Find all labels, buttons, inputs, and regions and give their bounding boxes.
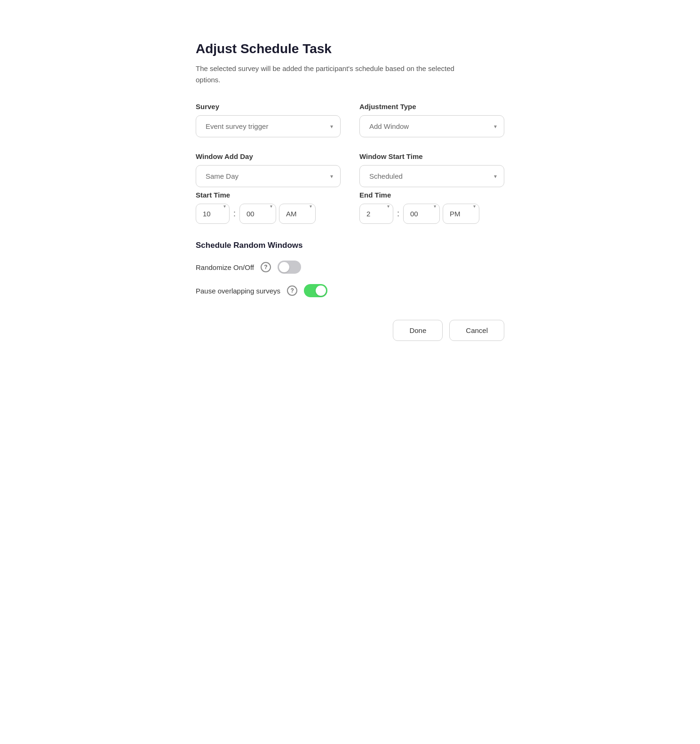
cancel-button[interactable]: Cancel [449, 320, 504, 341]
window-start-time-field: Window Start Time Scheduled Immediate De… [359, 152, 504, 187]
adjustment-type-label: Adjustment Type [359, 103, 504, 111]
end-minute-select[interactable]: 00153045 [403, 204, 440, 224]
adjustment-type-select-wrapper: Add Window Remove Window Modify Window ▾ [359, 115, 504, 137]
window-start-time-label: Window Start Time [359, 152, 504, 160]
survey-field: Survey Event survey trigger Survey A Sur… [196, 103, 341, 137]
end-time-selects: 1234 5678 9101112 ▾ : 00153045 ▾ [359, 204, 504, 224]
modal-title: Adjust Schedule Task [196, 41, 504, 56]
start-time-selects: 1234 5678 9101112 ▾ : 00153045 ▾ [196, 204, 341, 224]
randomize-slider [278, 261, 301, 274]
end-time-separator: : [397, 209, 399, 219]
start-minute-select[interactable]: 00153045 [239, 204, 276, 224]
end-hour-wrapper: 1234 5678 9101112 ▾ [359, 204, 393, 224]
modal-footer: Done Cancel [196, 320, 504, 341]
pause-label: Pause overlapping surveys [196, 287, 280, 295]
end-time-field: End Time 1234 5678 9101112 ▾ : 00153045 [359, 191, 504, 224]
pause-slider [304, 284, 327, 297]
window-add-day-field: Window Add Day Same Day Next Day Previou… [196, 152, 341, 187]
randomize-toggle-row: Randomize On/Off ? [196, 261, 504, 274]
pause-help-icon[interactable]: ? [287, 285, 297, 296]
window-start-time-select-wrapper: Scheduled Immediate Delayed ▾ [359, 165, 504, 187]
start-ampm-wrapper: AMPM ▾ [279, 204, 316, 224]
done-button[interactable]: Done [393, 320, 443, 341]
end-minute-wrapper: 00153045 ▾ [403, 204, 440, 224]
random-section-title: Schedule Random Windows [196, 241, 504, 250]
end-hour-select[interactable]: 1234 5678 9101112 [359, 204, 393, 224]
survey-label: Survey [196, 103, 341, 111]
time-grid: Start Time 1234 5678 9101112 ▾ : 0015304… [196, 191, 504, 224]
start-hour-wrapper: 1234 5678 9101112 ▾ [196, 204, 230, 224]
window-add-day-select-wrapper: Same Day Next Day Previous Day ▾ [196, 165, 341, 187]
adjust-schedule-modal: Adjust Schedule Task The selected survey… [171, 19, 529, 364]
survey-select[interactable]: Event survey trigger Survey A Survey B [196, 115, 341, 137]
adjustment-type-field: Adjustment Type Add Window Remove Window… [359, 103, 504, 137]
start-time-field: Start Time 1234 5678 9101112 ▾ : 0015304… [196, 191, 341, 224]
modal-description: The selected survey will be added the pa… [196, 63, 469, 86]
window-add-day-select[interactable]: Same Day Next Day Previous Day [196, 165, 341, 187]
randomize-toggle[interactable] [278, 261, 301, 274]
adjustment-type-select[interactable]: Add Window Remove Window Modify Window [359, 115, 504, 137]
pause-toggle-row: Pause overlapping surveys ? [196, 284, 504, 297]
end-ampm-select[interactable]: AMPM [443, 204, 479, 224]
randomize-help-icon[interactable]: ? [261, 262, 271, 272]
survey-select-wrapper: Event survey trigger Survey A Survey B ▾ [196, 115, 341, 137]
randomize-label: Randomize On/Off [196, 263, 254, 271]
form-grid: Survey Event survey trigger Survey A Sur… [196, 103, 504, 187]
random-windows-section: Schedule Random Windows Randomize On/Off… [196, 241, 504, 297]
start-time-label: Start Time [196, 191, 341, 199]
end-time-label: End Time [359, 191, 504, 199]
window-start-time-select[interactable]: Scheduled Immediate Delayed [359, 165, 504, 187]
end-ampm-wrapper: AMPM ▾ [443, 204, 479, 224]
start-minute-wrapper: 00153045 ▾ [239, 204, 276, 224]
pause-toggle[interactable] [304, 284, 327, 297]
start-hour-select[interactable]: 1234 5678 9101112 [196, 204, 230, 224]
time-section: Start Time 1234 5678 9101112 ▾ : 0015304… [196, 191, 504, 224]
start-ampm-select[interactable]: AMPM [279, 204, 316, 224]
start-time-separator: : [233, 209, 236, 219]
window-add-day-label: Window Add Day [196, 152, 341, 160]
